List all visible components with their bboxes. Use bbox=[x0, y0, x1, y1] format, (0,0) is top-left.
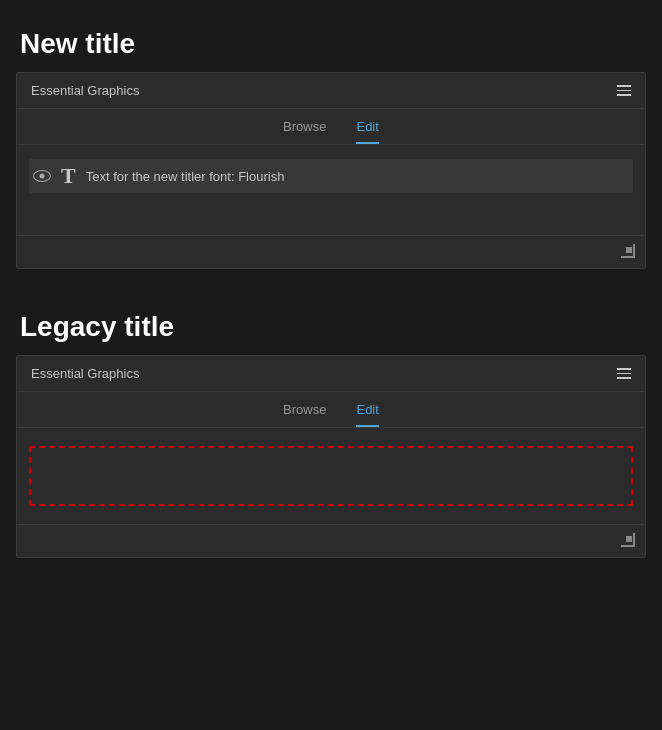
new-title-section: New title Essential Graphics Browse Edit… bbox=[0, 0, 662, 269]
new-title-panel-body: T Text for the new titler font: Flourish bbox=[17, 145, 645, 235]
legacy-title-panel-body bbox=[17, 428, 645, 524]
text-type-icon: T bbox=[61, 165, 76, 187]
legacy-title-panel-footer bbox=[17, 524, 645, 557]
legacy-title-heading: Legacy title bbox=[0, 293, 662, 355]
empty-layer-area bbox=[29, 446, 633, 506]
legacy-title-panel-title: Essential Graphics bbox=[31, 366, 609, 381]
layer-text-label: Text for the new titler font: Flourish bbox=[86, 169, 629, 184]
align-to-sequence-icon[interactable] bbox=[619, 244, 635, 260]
new-title-heading: New title bbox=[0, 10, 662, 72]
tab-edit-legacy[interactable]: Edit bbox=[356, 402, 378, 427]
visibility-icon[interactable] bbox=[33, 170, 51, 182]
text-layer-row[interactable]: T Text for the new titler font: Flourish bbox=[29, 159, 633, 193]
new-title-panel-title: Essential Graphics bbox=[31, 83, 609, 98]
hamburger-menu-icon[interactable] bbox=[617, 85, 631, 96]
new-title-tabs: Browse Edit bbox=[17, 109, 645, 145]
hamburger-menu-icon-legacy[interactable] bbox=[617, 368, 631, 379]
tab-browse-legacy[interactable]: Browse bbox=[283, 402, 326, 427]
legacy-title-panel: Essential Graphics Browse Edit bbox=[16, 355, 646, 558]
legacy-title-panel-header: Essential Graphics bbox=[17, 356, 645, 392]
new-title-panel: Essential Graphics Browse Edit T Text fo… bbox=[16, 72, 646, 269]
tab-edit-new[interactable]: Edit bbox=[356, 119, 378, 144]
legacy-title-section: Legacy title Essential Graphics Browse E… bbox=[0, 293, 662, 558]
align-to-sequence-icon-legacy[interactable] bbox=[619, 533, 635, 549]
new-title-panel-header: Essential Graphics bbox=[17, 73, 645, 109]
new-title-panel-footer bbox=[17, 235, 645, 268]
tab-browse-new[interactable]: Browse bbox=[283, 119, 326, 144]
legacy-title-tabs: Browse Edit bbox=[17, 392, 645, 428]
